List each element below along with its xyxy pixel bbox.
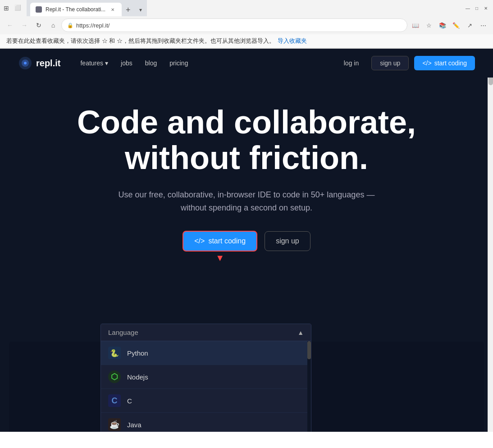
hero-title: Code and collaborate, without friction. <box>18 105 475 176</box>
notification-text: 若要在此处查看收藏夹，请依次选择 ☆ 和 ☆，然后将其拖到收藏夹栏文件夹。也可从… <box>6 37 275 45</box>
toolbar-actions: 📖 ☆ 📚 ✏️ ↗ ⋯ <box>409 19 489 32</box>
python-icon: 🐍 <box>108 347 121 359</box>
tab-icon: ⬜ <box>14 5 21 12</box>
close-button[interactable]: ✕ <box>482 5 489 12</box>
collections-button[interactable]: 📚 <box>436 19 449 32</box>
c-icon: C <box>108 394 121 407</box>
lock-icon: 🔒 <box>67 23 73 28</box>
jobs-link[interactable]: jobs <box>115 57 138 69</box>
hero-buttons: </> start coding ▼ sign up <box>18 231 475 251</box>
new-tab-button[interactable]: + <box>122 4 134 16</box>
c-label: C <box>127 397 132 405</box>
hero-section: Code and collaborate, without friction. … <box>0 78 493 270</box>
language-dropdown-wrapper: Language ▲ 🐍 Python ⬡ Nodejs <box>100 324 311 432</box>
dropdown-placeholder: Language <box>108 329 138 336</box>
refresh-button[interactable]: ↻ <box>32 19 45 32</box>
logo-icon <box>18 56 32 70</box>
title-bar: ⊞ ⬜ Repl.it - The collaborati... ✕ + ▾ —… <box>0 0 493 16</box>
minimize-button[interactable]: — <box>464 5 471 12</box>
java-icon: ☕ <box>108 418 121 431</box>
maximize-button[interactable]: □ <box>473 5 480 12</box>
dropdown-item-c[interactable]: C C <box>101 389 311 413</box>
system-icon: ⊞ <box>4 5 9 12</box>
page-content: repl.it features ▾ jobs blog pricing log… <box>0 49 493 432</box>
address-bar[interactable]: 🔒 https://repl.it/ <box>61 18 407 32</box>
java-label: Java <box>127 421 142 429</box>
signup-hero-button[interactable]: sign up <box>265 231 310 251</box>
address-bar-row: ← → ↻ ⌂ 🔒 https://repl.it/ 📖 ☆ 📚 ✏️ ↗ ⋯ <box>0 16 493 34</box>
tab-bar: Repl.it - The collaborati... ✕ + ▾ <box>27 0 147 16</box>
dropdown-item-python[interactable]: 🐍 Python <box>101 341 311 365</box>
import-link[interactable]: 导入收藏夹 <box>278 37 307 45</box>
start-coding-hero-button[interactable]: </> start coding ▼ <box>183 231 257 251</box>
nodejs-label: Nodejs <box>127 373 148 381</box>
pricing-link[interactable]: pricing <box>164 57 193 69</box>
notes-button[interactable]: ✏️ <box>450 19 462 32</box>
more-button[interactable]: ⋯ <box>477 19 489 32</box>
logo-text: repl.it <box>36 58 60 69</box>
nav-links: features ▾ jobs blog pricing <box>75 57 193 69</box>
tab-list-button[interactable]: ▾ <box>134 4 147 16</box>
back-button[interactable]: ← <box>4 19 16 32</box>
tab-close-button[interactable]: ✕ <box>109 6 116 13</box>
features-link[interactable]: features ▾ <box>75 57 114 69</box>
hero-subtitle: Use our free, collaborative, in-browser … <box>111 188 382 215</box>
dropdown-item-nodejs[interactable]: ⬡ Nodejs <box>101 365 311 389</box>
code-hero-icon: </> <box>194 237 205 245</box>
start-coding-nav-button[interactable]: </> start coding <box>414 56 475 70</box>
home-button[interactable]: ⌂ <box>47 19 59 32</box>
notification-bar: 若要在此处查看收藏夹，请依次选择 ☆ 和 ☆，然后将其拖到收藏夹栏文件夹。也可从… <box>0 34 493 48</box>
code-icon: </> <box>422 59 431 67</box>
nav-right: log in sign up </> start coding <box>337 56 475 70</box>
signup-button[interactable]: sign up <box>371 56 409 70</box>
svg-point-2 <box>24 62 27 64</box>
share-button[interactable]: ↗ <box>463 19 476 32</box>
active-tab[interactable]: Repl.it - The collaborati... ✕ <box>30 3 122 16</box>
tab-favicon <box>36 6 42 13</box>
dropdown-scrollbar-thumb <box>307 341 311 359</box>
favorites-button[interactable]: ☆ <box>423 19 435 32</box>
navbar: repl.it features ▾ jobs blog pricing log… <box>0 49 493 78</box>
dropdown-scrollbar[interactable] <box>307 341 311 432</box>
reader-mode-button[interactable]: 📖 <box>409 19 422 32</box>
dropdown-chevron-icon: ▲ <box>297 329 304 336</box>
nodejs-icon: ⬡ <box>108 370 121 383</box>
forward-button[interactable]: → <box>18 19 31 32</box>
url-display: https://repl.it/ <box>76 22 110 29</box>
login-button[interactable]: log in <box>337 57 366 69</box>
language-dropdown[interactable]: Language ▲ 🐍 Python ⬡ Nodejs <box>100 324 311 432</box>
dropdown-header[interactable]: Language ▲ <box>101 324 311 341</box>
start-coding-hero-label: start coding <box>208 237 246 245</box>
start-coding-nav-label: start coding <box>434 59 467 67</box>
python-label: Python <box>127 349 148 357</box>
tab-title: Repl.it - The collaborati... <box>46 6 105 13</box>
dropdown-list: 🐍 Python ⬡ Nodejs C C ☕ Java <box>101 341 311 432</box>
logo[interactable]: repl.it <box>18 56 60 70</box>
dropdown-item-java[interactable]: ☕ Java <box>101 413 311 432</box>
window-controls[interactable]: ⊞ ⬜ <box>4 5 21 12</box>
dropdown-arrow-icon: ▼ <box>215 253 224 263</box>
blog-link[interactable]: blog <box>140 57 162 69</box>
features-chevron-icon: ▾ <box>105 59 108 67</box>
